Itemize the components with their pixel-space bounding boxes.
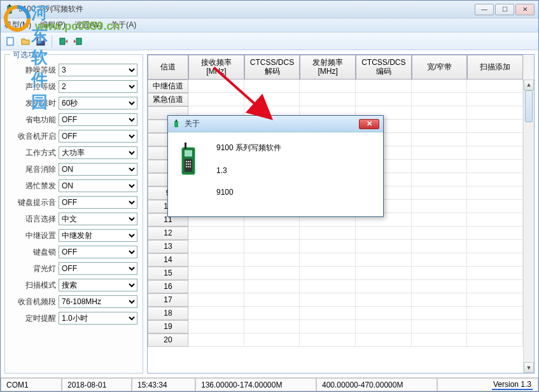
new-icon[interactable]: [4, 36, 16, 47]
table-row[interactable]: 20: [148, 333, 534, 347]
grid-cell[interactable]: [244, 320, 300, 333]
option-select[interactable]: 1.0小时: [59, 312, 137, 325]
option-select[interactable]: 60秒: [59, 97, 137, 109]
grid-cell[interactable]: [412, 227, 468, 240]
grid-cell[interactable]: [467, 186, 523, 200]
grid-cell[interactable]: [467, 280, 523, 293]
grid-cell[interactable]: [300, 80, 356, 93]
grid-cell[interactable]: [300, 293, 356, 307]
grid-cell[interactable]: [188, 93, 244, 106]
grid-cell[interactable]: [467, 80, 523, 93]
col-ctcss-decode[interactable]: CTCSS/DCS解码: [244, 55, 300, 80]
vertical-scrollbar[interactable]: ▲ ▼: [523, 80, 534, 373]
grid-cell[interactable]: [412, 160, 468, 173]
save-icon[interactable]: [35, 36, 46, 47]
row-header[interactable]: 20: [148, 333, 188, 347]
grid-cell[interactable]: [188, 80, 244, 93]
open-icon[interactable]: [20, 36, 31, 47]
option-select[interactable]: OFF: [59, 113, 137, 126]
grid-cell[interactable]: [412, 80, 468, 93]
menu-program[interactable]: 编程(P): [40, 20, 66, 31]
row-header[interactable]: 紧急信道: [148, 93, 188, 106]
row-header[interactable]: 17: [148, 293, 188, 307]
grid-cell[interactable]: [412, 146, 468, 160]
row-header[interactable]: 中继信道: [148, 80, 188, 93]
grid-cell[interactable]: [412, 120, 468, 133]
option-select[interactable]: 中继发射: [59, 229, 137, 242]
grid-cell[interactable]: [188, 307, 244, 320]
table-row[interactable]: 中继信道: [148, 80, 534, 93]
grid-cell[interactable]: [356, 307, 412, 320]
grid-cell[interactable]: [412, 253, 468, 267]
menu-settings[interactable]: 设置(W): [74, 20, 102, 31]
grid-cell[interactable]: [467, 120, 523, 133]
grid-cell[interactable]: [244, 333, 300, 347]
grid-cell[interactable]: [412, 133, 468, 146]
write-icon[interactable]: [73, 36, 84, 47]
grid-cell[interactable]: [356, 253, 412, 267]
grid-cell[interactable]: [244, 227, 300, 240]
grid-cell[interactable]: [300, 307, 356, 320]
grid-cell[interactable]: [467, 133, 523, 146]
grid-cell[interactable]: [244, 80, 300, 93]
grid-cell[interactable]: [244, 253, 300, 267]
grid-cell[interactable]: [244, 267, 300, 280]
col-tx-freq[interactable]: 发射频率[MHz]: [300, 55, 356, 80]
grid-cell[interactable]: [300, 267, 356, 280]
grid-cell[interactable]: [467, 93, 523, 106]
grid-cell[interactable]: [188, 280, 244, 293]
minimize-button[interactable]: —: [475, 4, 494, 15]
grid-cell[interactable]: [356, 93, 412, 106]
grid-cell[interactable]: [188, 320, 244, 333]
grid-cell[interactable]: [412, 173, 468, 186]
dialog-close-button[interactable]: ✕: [359, 119, 379, 129]
grid-cell[interactable]: [412, 186, 468, 200]
grid-cell[interactable]: [188, 293, 244, 307]
grid-cell[interactable]: [188, 227, 244, 240]
grid-cell[interactable]: [244, 93, 300, 106]
grid-cell[interactable]: [300, 320, 356, 333]
option-select[interactable]: 搜索: [59, 279, 137, 291]
grid-cell[interactable]: [467, 200, 523, 213]
option-select[interactable]: 2: [59, 80, 137, 93]
grid-cell[interactable]: [188, 267, 244, 280]
col-bandwidth[interactable]: 宽/窄带: [412, 55, 468, 80]
grid-cell[interactable]: [244, 280, 300, 293]
table-row[interactable]: 14: [148, 253, 534, 267]
grid-cell[interactable]: [244, 293, 300, 307]
row-header[interactable]: 14: [148, 253, 188, 267]
row-header[interactable]: 16: [148, 280, 188, 293]
col-scan-add[interactable]: 扫描添加: [467, 55, 523, 80]
grid-cell[interactable]: [467, 333, 523, 347]
maximize-button[interactable]: ☐: [495, 4, 514, 15]
row-header[interactable]: 13: [148, 240, 188, 253]
grid-cell[interactable]: [412, 293, 468, 307]
option-select[interactable]: 大功率: [59, 146, 137, 159]
table-row[interactable]: 18: [148, 307, 534, 320]
grid-cell[interactable]: [300, 93, 356, 106]
grid-cell[interactable]: [356, 293, 412, 307]
grid-cell[interactable]: [356, 267, 412, 280]
grid-cell[interactable]: [244, 307, 300, 320]
option-select[interactable]: ON: [59, 179, 137, 192]
grid-cell[interactable]: [412, 106, 468, 120]
grid-cell[interactable]: [300, 240, 356, 253]
table-row[interactable]: 15: [148, 267, 534, 280]
option-select[interactable]: OFF: [59, 130, 137, 143]
table-row[interactable]: 12: [148, 227, 534, 240]
col-rx-freq[interactable]: 接收频率[MHz]: [188, 55, 244, 80]
grid-cell[interactable]: [412, 333, 468, 347]
grid-cell[interactable]: [356, 80, 412, 93]
option-select[interactable]: ON: [59, 163, 137, 176]
option-select[interactable]: OFF: [59, 262, 137, 275]
option-select[interactable]: 3: [59, 64, 137, 76]
grid-cell[interactable]: [412, 267, 468, 280]
option-select[interactable]: 76-108MHz: [59, 295, 137, 308]
grid-cell[interactable]: [412, 307, 468, 320]
grid-cell[interactable]: [467, 240, 523, 253]
row-header[interactable]: 19: [148, 320, 188, 333]
grid-cell[interactable]: [356, 227, 412, 240]
grid-cell[interactable]: [300, 280, 356, 293]
grid-cell[interactable]: [412, 320, 468, 333]
grid-cell[interactable]: [467, 213, 523, 227]
